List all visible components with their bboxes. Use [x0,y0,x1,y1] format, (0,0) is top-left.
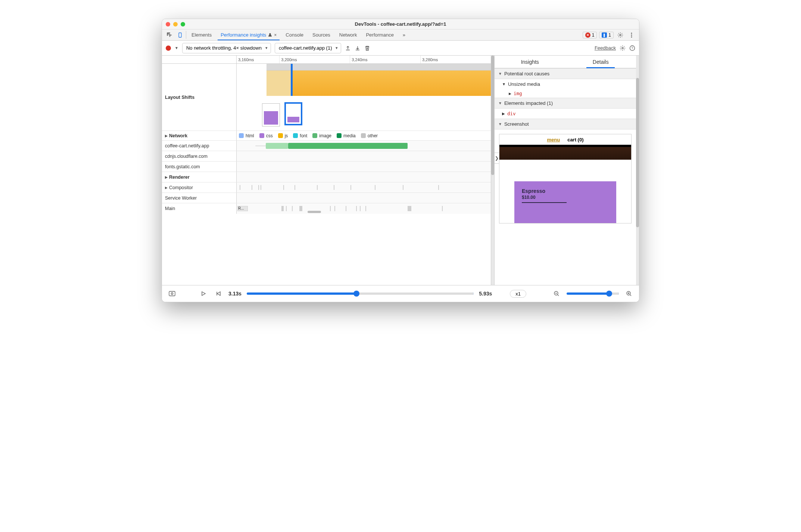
record-button[interactable] [166,46,171,51]
export-icon[interactable] [345,45,351,51]
layout-shift-thumb-selected[interactable] [284,102,302,125]
network-header-row: ▶ Network html css js font image media o… [162,131,491,141]
chevron-right-icon: ▶ [165,134,168,138]
devtools-tabstrip: Elements Performance insights × Console … [162,29,639,41]
svg-point-3 [631,34,632,35]
message-icon: ❚ [602,32,607,38]
settings-icon[interactable] [616,32,625,38]
v-scrollbar[interactable] [491,56,494,285]
message-badge[interactable]: ❚ 1 [599,32,614,38]
preview-item-price: $10.00 [522,195,609,200]
maximize-window[interactable] [181,22,185,26]
svg-point-9 [171,293,173,295]
screenshot-section[interactable]: ▼ Screenshot [495,119,636,129]
legend-html: html [239,133,254,138]
delete-icon[interactable] [364,45,370,51]
zoom-slider[interactable] [567,292,619,295]
compositor-label[interactable]: ▶ Compositor [162,182,237,193]
h-scrollbar-thumb[interactable] [308,211,321,213]
playback-end-time: 5.93s [479,291,492,297]
device-toolbar-icon[interactable] [175,29,185,40]
throttling-select[interactable]: No network throttling, 4× slowdown [182,43,271,53]
time-cursor[interactable] [291,64,293,96]
error-icon: ✕ [585,32,590,38]
details-tab[interactable]: Details [565,56,636,68]
toggle-overlay-icon[interactable] [167,289,177,298]
panel-settings-icon[interactable] [620,45,626,51]
play-icon[interactable] [199,289,208,298]
tab-label: Performance [366,32,393,38]
zoom-in-icon[interactable] [624,289,634,298]
net-bar[interactable] [288,143,408,149]
ruler-tick: 3,240ms [352,57,367,62]
collapse-right-panel[interactable]: ❯ [494,153,499,164]
feedback-link[interactable]: Feedback [595,45,616,51]
import-icon[interactable] [355,45,361,51]
legend-font: font [293,133,307,138]
unsized-media-item[interactable]: ▼ Unsized media [495,79,636,89]
network-host-row: fonts.gstatic.com [162,162,491,172]
skip-back-icon[interactable] [214,289,223,298]
renderer-label[interactable]: ▶ Renderer [162,172,237,182]
ruler-tick: 3,160ms [238,57,254,62]
right-tabs: Insights Details [495,56,636,68]
tab-performance-insights[interactable]: Performance insights × [216,29,281,40]
error-badge[interactable]: ✕ 1 [583,32,597,38]
window-title: DevTools - coffee-cart.netlify.app/?ad=1 [162,21,639,27]
devtools-window: DevTools - coffee-cart.netlify.app/?ad=1… [162,19,639,302]
chevron-down-icon: ▼ [498,101,502,105]
playback-footer: 3.13s 5.93s x1 [162,285,639,302]
tab-label: Elements [191,32,212,38]
right-v-scrollbar[interactable] [636,56,639,285]
origin-value: coffee-cart.netlify.app (1) [279,45,332,51]
titlebar: DevTools - coffee-cart.netlify.app/?ad=1 [162,19,639,29]
close-tab-icon[interactable]: × [274,32,277,38]
zoom-knob[interactable] [606,291,612,297]
record-menu-chevron[interactable]: ▼ [175,46,178,50]
tab-elements[interactable]: Elements [187,29,216,40]
svg-rect-8 [169,291,175,296]
unsized-media-element[interactable]: ▶ img [495,89,636,98]
network-label[interactable]: ▶ Network [162,131,237,140]
insights-tab[interactable]: Insights [495,56,565,68]
playback-slider[interactable] [247,292,474,295]
layout-shifts-label: Layout Shifts [162,64,237,131]
origin-select[interactable]: coffee-cart.netlify.app (1) [275,43,342,53]
screenshot-preview: menu cart (0) Espresso $10.00 [499,134,632,223]
v-scrollbar-thumb[interactable] [636,78,639,227]
kebab-menu-icon[interactable] [627,32,636,38]
impacted-element[interactable]: ▶ div [495,109,636,119]
elements-impacted-section[interactable]: ▼ Elements impacted (1) [495,98,636,109]
tab-performance[interactable]: Performance [361,29,398,40]
tab-console[interactable]: Console [281,29,308,40]
legend-image: image [312,133,331,138]
root-causes-section[interactable]: ▼ Potential root causes [495,68,636,79]
main-mark[interactable]: R... [237,206,248,211]
v-scrollbar-thumb[interactable] [491,56,494,175]
close-window[interactable] [166,22,170,26]
help-icon[interactable]: ? [629,45,635,51]
chevron-down-icon: ▼ [498,72,502,76]
layout-shifts-body[interactable] [237,64,491,131]
speed-pill[interactable]: x1 [510,290,526,298]
chevron-down-icon: ▼ [498,122,502,126]
zoom-out-icon[interactable] [552,289,561,298]
net-bar[interactable] [266,143,288,149]
legend-js: js [278,133,288,138]
minimize-window[interactable] [173,22,178,26]
tab-network[interactable]: Network [335,29,362,40]
details-panel: ❯ Insights Details ▼ Potential root caus… [494,56,636,285]
more-tabs[interactable]: » [398,29,410,40]
network-host-row: coffee-cart.netlify.app [162,141,491,151]
tab-label: Sources [312,32,330,38]
inspect-icon[interactable] [164,29,175,40]
chevron-right-icon: ▶ [509,92,511,96]
service-worker-label: Service Worker [162,193,237,203]
playback-knob[interactable] [353,291,359,297]
layout-shift-thumb[interactable] [262,103,280,126]
service-worker-row: Service Worker [162,193,491,203]
time-ruler: 3,160ms 3,200ms 3,240ms 3,280ms [162,56,491,64]
svg-point-1 [620,34,621,36]
chevron-right-icon: ▶ [165,186,168,190]
tab-sources[interactable]: Sources [308,29,335,40]
